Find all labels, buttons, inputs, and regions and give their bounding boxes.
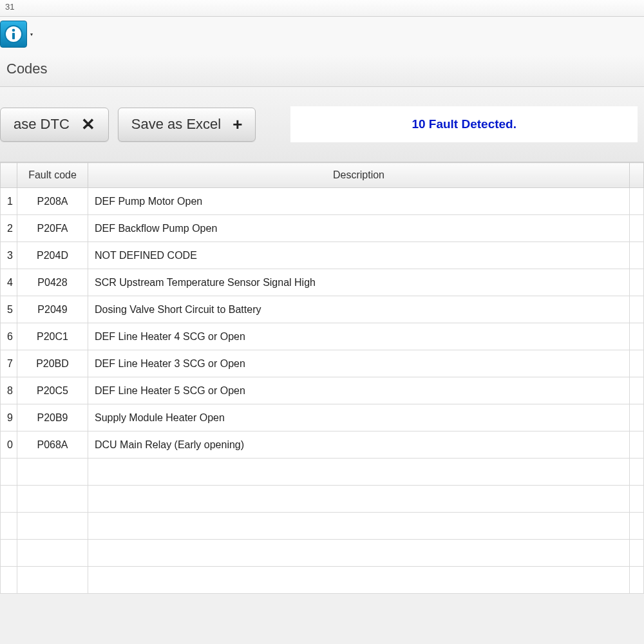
table-row[interactable]: 0P068ADCU Main Relay (Early opening) (1, 431, 644, 459)
table-row[interactable]: 9P20B9Supply Module Heater Open (1, 404, 644, 431)
row-extra (630, 269, 644, 296)
plus-icon: + (232, 115, 242, 135)
row-num: 8 (1, 377, 17, 404)
row-extra (630, 215, 644, 242)
row-num: 6 (1, 323, 17, 350)
row-description: DEF Line Heater 5 SCG or Open (88, 377, 630, 404)
row-extra (630, 431, 644, 459)
row-fault-code: P20B9 (17, 404, 88, 431)
row-fault-code: P20C5 (17, 377, 88, 404)
header-extra[interactable] (630, 163, 644, 188)
table-row[interactable]: 7P20BDDEF Line Heater 3 SCG or Open (1, 350, 644, 377)
row-fault-code: P2049 (17, 296, 88, 323)
save-excel-button[interactable]: Save as Excel + (118, 108, 256, 142)
row-description: DEF Line Heater 3 SCG or Open (88, 350, 630, 377)
chevron-down-icon: ▾ (30, 32, 33, 37)
toolbar-dropdown-arrow[interactable]: ▾ (28, 21, 35, 48)
row-description: NOT DEFINED CODE (88, 242, 630, 269)
table-row-empty (1, 540, 644, 567)
row-description: DEF Line Heater 4 SCG or Open (88, 323, 630, 350)
row-description: Supply Module Heater Open (88, 404, 630, 431)
toolbar: ▾ (0, 17, 644, 48)
table-row[interactable]: 1P208ADEF Pump Motor Open (1, 188, 644, 215)
table-header-row: Fault code Description (1, 163, 644, 188)
row-num: 5 (1, 296, 17, 323)
row-description: DCU Main Relay (Early opening) (88, 431, 630, 459)
save-excel-label: Save as Excel (131, 116, 221, 133)
row-extra (630, 323, 644, 350)
fault-status-text: 10 Fault Detected. (412, 117, 516, 131)
menu-area: ▾ (0, 17, 644, 55)
table-row-empty (1, 459, 644, 486)
header-description[interactable]: Description (88, 163, 630, 188)
row-fault-code: P20FA (17, 215, 88, 242)
row-num: 2 (1, 215, 17, 242)
close-icon: ✕ (81, 115, 95, 135)
row-num: 4 (1, 269, 17, 296)
row-num: 3 (1, 242, 17, 269)
erase-dtc-button[interactable]: ase DTC ✕ (0, 108, 109, 142)
table-row[interactable]: 2P20FADEF Backflow Pump Open (1, 215, 644, 242)
row-extra (630, 188, 644, 215)
table-row[interactable]: 4P0428SCR Upstream Temperature Sensor Si… (1, 269, 644, 296)
row-extra (630, 377, 644, 404)
row-num: 9 (1, 404, 17, 431)
table-row[interactable]: 8P20C5DEF Line Heater 5 SCG or Open (1, 377, 644, 404)
row-num: 7 (1, 350, 17, 377)
row-description: Dosing Valve Short Circuit to Battery (88, 296, 630, 323)
row-fault-code: P204D (17, 242, 88, 269)
row-fault-code: P20BD (17, 350, 88, 377)
action-bar: ase DTC ✕ Save as Excel + 10 Fault Detec… (0, 87, 644, 162)
row-description: DEF Pump Motor Open (88, 188, 630, 215)
table-row[interactable]: 6P20C1DEF Line Heater 4 SCG or Open (1, 323, 644, 350)
fault-status: 10 Fault Detected. (290, 106, 638, 142)
row-extra (630, 242, 644, 269)
row-description: SCR Upstream Temperature Sensor Signal H… (88, 269, 630, 296)
fault-table-wrap: Fault code Description 1P208ADEF Pump Mo… (0, 162, 644, 594)
row-fault-code: P208A (17, 188, 88, 215)
header-num[interactable] (1, 163, 17, 188)
page-title-text: Codes (6, 61, 48, 77)
row-fault-code: P0428 (17, 269, 88, 296)
window-title-text: 31 (5, 2, 14, 12)
erase-dtc-label: ase DTC (14, 116, 70, 133)
table-row[interactable]: 5P2049Dosing Valve Short Circuit to Batt… (1, 296, 644, 323)
window-title-bar: 31 (0, 0, 644, 17)
fault-table: Fault code Description 1P208ADEF Pump Mo… (0, 162, 644, 594)
page-title: Codes (0, 55, 644, 87)
row-num: 0 (1, 431, 17, 459)
row-extra (630, 350, 644, 377)
row-num: 1 (1, 188, 17, 215)
table-row-empty (1, 513, 644, 540)
table-row-empty (1, 486, 644, 513)
table-row[interactable]: 3P204DNOT DEFINED CODE (1, 242, 644, 269)
row-description: DEF Backflow Pump Open (88, 215, 630, 242)
svg-rect-3 (12, 33, 15, 39)
row-extra (630, 404, 644, 431)
info-icon (4, 24, 23, 44)
svg-point-2 (12, 29, 15, 32)
row-fault-code: P20C1 (17, 323, 88, 350)
header-fault-code[interactable]: Fault code (17, 163, 88, 188)
table-row-empty (1, 567, 644, 594)
row-extra (630, 296, 644, 323)
info-button[interactable] (0, 21, 27, 48)
row-fault-code: P068A (17, 431, 88, 459)
